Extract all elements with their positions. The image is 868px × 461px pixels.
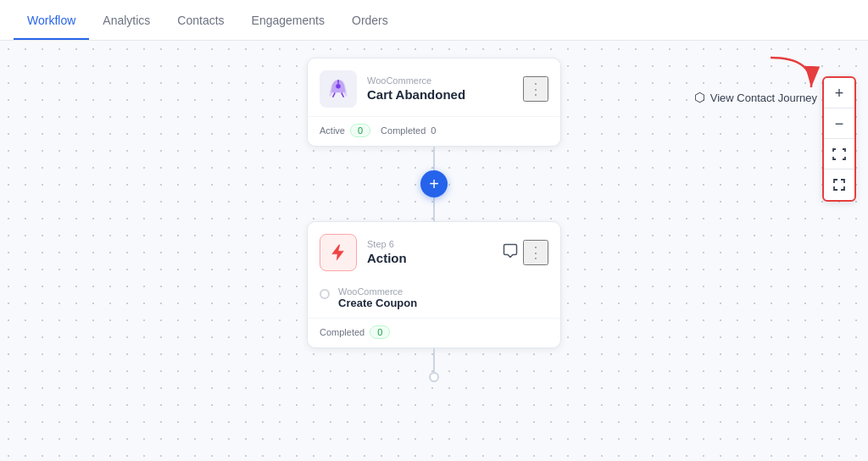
- connector-line-1: [433, 147, 435, 170]
- workflow-nodes: WooCommerce Cart Abandoned ⋮ Active 0 Co…: [307, 58, 561, 382]
- workflow-canvas: ⬡ View Contact Journey + −: [0, 41, 868, 461]
- step6-menu-button[interactable]: ⋮: [523, 240, 548, 265]
- view-journey-label: View Contact Journey: [710, 92, 817, 104]
- tab-engagements[interactable]: Engagements: [238, 2, 338, 39]
- comment-svg: [503, 243, 518, 258]
- fullscreen-button[interactable]: [824, 169, 854, 200]
- cart-active-stat: Active 0: [320, 124, 370, 137]
- zoom-controls-panel: + −: [822, 76, 856, 202]
- tab-analytics[interactable]: Analytics: [89, 2, 164, 39]
- journey-icon: ⬡: [694, 90, 705, 105]
- cart-abandoned-card: WooCommerce Cart Abandoned ⋮ Active 0 Co…: [307, 58, 561, 147]
- card-header-cart: WooCommerce Cart Abandoned ⋮: [308, 58, 560, 116]
- sub-action-title: Create Coupon: [338, 297, 417, 309]
- step6-completed-stat: Completed 0: [320, 325, 390, 339]
- rocket-icon: [327, 78, 349, 100]
- nav-bar: Workflow Analytics Contacts Engagements …: [0, 0, 868, 41]
- lightning-icon: [329, 243, 348, 262]
- step6-sub-content: WooCommerce Create Coupon: [308, 280, 560, 318]
- svg-point-1: [336, 84, 340, 88]
- card-header-step6: Step 6 Action ⋮: [308, 222, 560, 280]
- step6-title-group: Step 6 Action: [367, 238, 492, 267]
- fullscreen-icon: [832, 178, 846, 192]
- connector-line-3: [433, 348, 435, 372]
- cart-title-group: WooCommerce Cart Abandoned: [367, 75, 513, 103]
- sub-source-label: WooCommerce: [338, 286, 417, 297]
- fit-view-button[interactable]: [824, 139, 854, 169]
- zoom-out-button[interactable]: −: [824, 108, 854, 139]
- step6-footer: Completed 0: [308, 318, 560, 347]
- cart-completed-stat: Completed 0: [381, 125, 436, 136]
- completed-label: Completed: [381, 125, 426, 136]
- cart-menu-button[interactable]: ⋮: [523, 76, 548, 102]
- end-connector-dot: [429, 372, 439, 382]
- sub-dot-indicator: [320, 289, 330, 299]
- step6-title: Action: [367, 250, 492, 267]
- tab-orders[interactable]: Orders: [338, 2, 402, 39]
- tab-contacts[interactable]: Contacts: [164, 2, 237, 39]
- cart-source-label: WooCommerce: [367, 75, 513, 86]
- completed-value: 0: [431, 125, 436, 136]
- cart-footer: Active 0 Completed 0: [308, 116, 560, 146]
- cart-title: Cart Abandoned: [367, 86, 513, 103]
- step6-step-label: Step 6: [367, 238, 492, 250]
- connector-line-2: [433, 197, 435, 221]
- step6-action-card: Step 6 Action ⋮ WooCommerce Create Cou: [307, 221, 561, 348]
- woocommerce-icon-cart: [320, 70, 357, 108]
- step6-completed-label: Completed: [320, 327, 364, 337]
- active-label: Active: [320, 125, 345, 136]
- tab-workflow[interactable]: Workflow: [14, 2, 89, 39]
- action-icon-container: [320, 234, 357, 271]
- zoom-in-button[interactable]: +: [824, 78, 854, 108]
- active-badge: 0: [350, 124, 370, 137]
- fit-view-icon: [832, 147, 846, 161]
- sub-text-group: WooCommerce Create Coupon: [338, 286, 417, 309]
- view-contact-journey-button[interactable]: ⬡ View Contact Journey: [694, 90, 817, 105]
- add-step-button[interactable]: +: [420, 170, 448, 197]
- step6-icons-row: ⋮: [503, 240, 548, 265]
- step6-completed-badge: 0: [370, 325, 390, 339]
- comment-icon[interactable]: [503, 243, 518, 262]
